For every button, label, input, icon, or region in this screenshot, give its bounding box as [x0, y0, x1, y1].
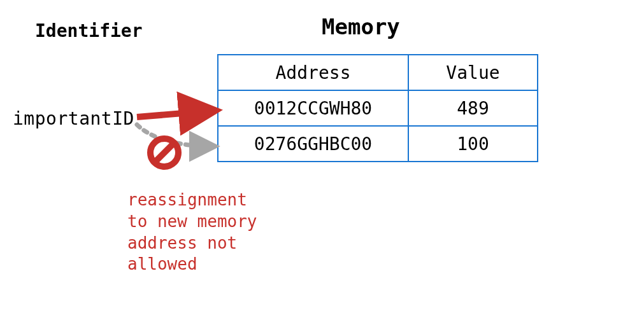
memory-table: Address Value 0012CCGWH80 489 0276GGHBC0… — [217, 54, 538, 162]
svg-point-0 — [150, 139, 178, 167]
cell-value: 100 — [408, 126, 538, 162]
column-header-value: Value — [408, 55, 538, 90]
cell-address: 0276GGHBC00 — [218, 126, 408, 162]
svg-line-1 — [155, 143, 174, 162]
table-header-row: Address Value — [218, 55, 538, 90]
prohibit-icon — [150, 139, 178, 167]
cell-value: 489 — [408, 90, 538, 126]
table-row: 0012CCGWH80 489 — [218, 90, 538, 126]
identifier-name: importantID — [13, 108, 134, 129]
cell-address: 0012CCGWH80 — [218, 90, 408, 126]
assigned-pointer-arrow — [137, 111, 214, 117]
memory-heading: Memory — [322, 14, 400, 39]
column-header-address: Address — [218, 55, 408, 90]
table-row: 0276GGHBC00 100 — [218, 126, 538, 162]
blocked-pointer-arrow — [137, 125, 214, 146]
annotation-text: reassignment to new memory address not a… — [127, 190, 274, 275]
identifier-heading: Identifier — [35, 20, 143, 41]
